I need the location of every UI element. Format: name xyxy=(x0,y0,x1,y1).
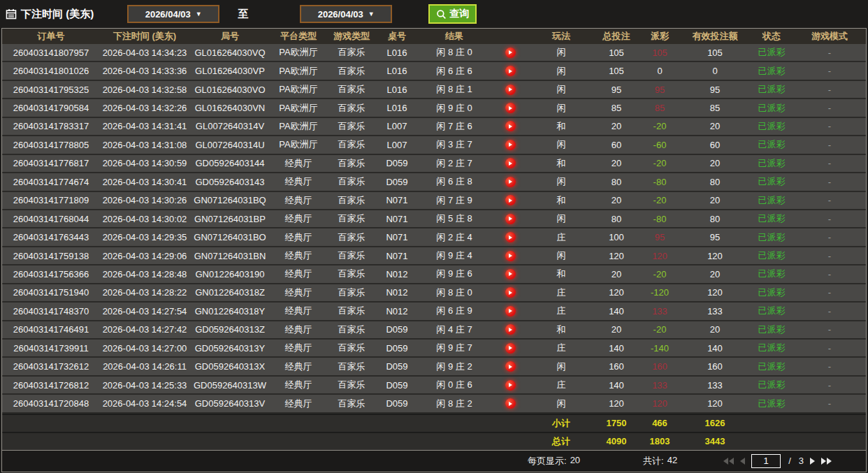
bet-type: 庄 xyxy=(529,303,593,319)
result: 闲 6 庄 8 xyxy=(417,173,491,190)
subtotal-valid: 1626 xyxy=(680,415,750,432)
last-page-button[interactable] xyxy=(821,458,832,465)
round-id: GN0122640318Z xyxy=(189,284,270,301)
status-badge: 已派彩 xyxy=(750,265,793,282)
bet-time: 2026-04-03 14:30:59 xyxy=(100,155,189,172)
status-badge: 已派彩 xyxy=(750,62,793,79)
result: 闲 9 庄 0 xyxy=(417,99,491,116)
bet-time: 2026-04-03 14:28:22 xyxy=(100,284,189,301)
game-type: 百家乐 xyxy=(326,155,377,172)
table-row: 2604031417680442026-04-03 14:30:02GN0712… xyxy=(2,210,866,228)
status-badge: 已派彩 xyxy=(750,395,793,412)
payout: -80 xyxy=(639,173,680,190)
game-mode: - xyxy=(793,377,866,393)
payout: -60 xyxy=(639,136,680,153)
bet-time: 2026-04-03 14:27:54 xyxy=(100,303,189,319)
game-mode: - xyxy=(793,136,866,153)
total-bet: 20 xyxy=(593,265,639,282)
total-bet: 100 xyxy=(593,228,639,245)
grandtotal-total: 4090 xyxy=(593,433,639,450)
bet-type: 庄 xyxy=(529,284,593,301)
date-to-select[interactable]: 2026/04/03 ▼ xyxy=(300,5,392,23)
bet-time: 2026-04-03 14:32:26 xyxy=(100,99,189,116)
bet-type: 和 xyxy=(529,321,593,338)
valid-bet: 80 xyxy=(680,210,750,227)
play-video-icon[interactable] xyxy=(505,140,516,150)
game-mode: - xyxy=(793,395,866,412)
play-video-icon[interactable] xyxy=(505,121,516,131)
play-video-icon[interactable] xyxy=(505,398,516,409)
table-row: 2604031417464912026-04-03 14:27:42GD0592… xyxy=(2,321,866,340)
play-video-icon[interactable] xyxy=(505,232,516,242)
game-type: 百家乐 xyxy=(326,265,377,282)
date-from-select[interactable]: 2026/04/03 ▼ xyxy=(127,5,219,23)
video-cell xyxy=(491,377,529,393)
total-bet: 120 xyxy=(593,395,639,412)
table-row: 2604031417788052026-04-03 14:31:08GL0072… xyxy=(2,136,866,154)
col-header-result: 结果 xyxy=(417,29,491,44)
play-video-icon[interactable] xyxy=(505,66,516,76)
video-cell xyxy=(491,321,529,338)
page-count: 3 xyxy=(799,456,804,466)
game-type: 百家乐 xyxy=(326,192,377,209)
page-number-input[interactable] xyxy=(751,454,781,468)
search-button[interactable]: 查询 xyxy=(428,4,477,24)
valid-bet: 160 xyxy=(680,358,750,374)
play-video-icon[interactable] xyxy=(505,85,516,95)
play-video-icon[interactable] xyxy=(505,177,516,187)
platform-type: 经典厅 xyxy=(270,228,326,245)
platform-type: 经典厅 xyxy=(270,358,326,374)
payout: -140 xyxy=(639,340,680,356)
platform-type: PA欧洲厅 xyxy=(270,81,326,98)
play-video-icon[interactable] xyxy=(505,251,516,261)
game-type: 百家乐 xyxy=(326,81,377,98)
play-video-icon[interactable] xyxy=(505,343,516,354)
status-badge: 已派彩 xyxy=(750,118,793,135)
play-video-icon[interactable] xyxy=(505,48,516,58)
play-video-icon[interactable] xyxy=(505,380,516,391)
play-video-icon[interactable] xyxy=(505,214,516,224)
valid-bet: 60 xyxy=(680,136,750,153)
first-page-button[interactable] xyxy=(723,458,734,465)
game-type: 百家乐 xyxy=(326,321,377,338)
play-video-icon[interactable] xyxy=(505,287,516,298)
round-id: GL016264030VO xyxy=(189,81,270,98)
game-mode: - xyxy=(793,210,866,227)
next-page-button[interactable] xyxy=(810,458,815,465)
col-header-mode: 游戏模式 xyxy=(793,29,866,44)
play-video-icon[interactable] xyxy=(505,103,516,113)
valid-bet: 0 xyxy=(680,62,750,79)
per-page-value: 20 xyxy=(570,455,580,467)
play-video-icon[interactable] xyxy=(505,158,516,168)
total-count-label: 共计: xyxy=(643,455,664,467)
status-badge: 已派彩 xyxy=(750,136,793,153)
bet-type: 闲 xyxy=(529,210,593,227)
table-row: 2604031417563662026-04-03 14:28:48GN0122… xyxy=(2,265,866,284)
valid-bet: 120 xyxy=(680,247,750,264)
total-bet: 60 xyxy=(593,136,639,153)
play-video-icon[interactable] xyxy=(505,324,516,335)
game-mode: - xyxy=(793,99,866,116)
prev-page-button[interactable] xyxy=(740,458,745,465)
per-page-info: 每页显示: 20 xyxy=(528,455,580,467)
play-video-icon[interactable] xyxy=(505,195,516,205)
total-bet: 105 xyxy=(593,62,639,79)
play-video-icon[interactable] xyxy=(505,306,516,316)
platform-type: 经典厅 xyxy=(270,284,326,301)
game-type: 百家乐 xyxy=(326,377,377,393)
bet-time: 2026-04-03 14:24:54 xyxy=(100,395,189,412)
round-id: GD0592640313Z xyxy=(189,321,270,338)
play-video-icon[interactable] xyxy=(505,269,516,279)
round-id: GL016264030VQ xyxy=(189,44,270,61)
bet-time: 2026-04-03 14:34:23 xyxy=(100,44,189,61)
table-number: D059 xyxy=(377,173,417,190)
bet-type: 和 xyxy=(529,155,593,172)
order-number: 260403141763443 xyxy=(2,228,100,245)
game-mode: - xyxy=(793,340,866,356)
round-id: GD05926403143 xyxy=(189,173,270,190)
round-id: GD0592640313X xyxy=(189,358,270,374)
play-video-icon[interactable] xyxy=(505,361,516,372)
order-number: 260403141783317 xyxy=(2,118,100,135)
round-id: GL016264030VN xyxy=(189,99,270,116)
bet-type: 闲 xyxy=(529,358,593,374)
